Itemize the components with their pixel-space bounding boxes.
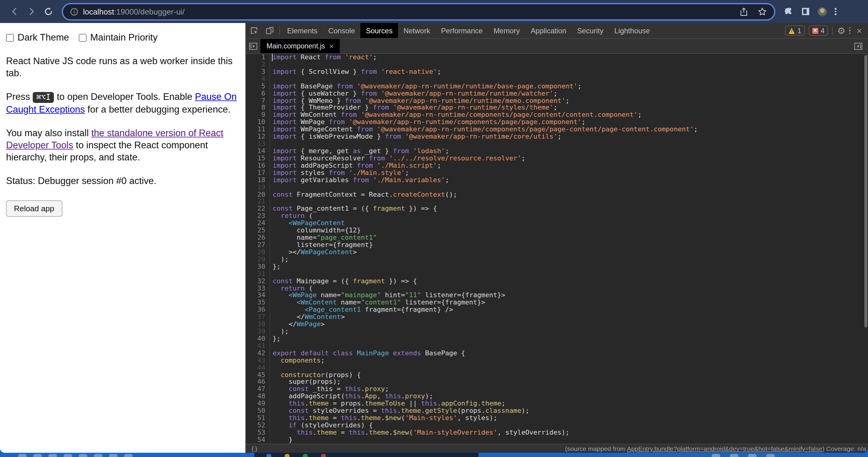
line-number[interactable]: 33 xyxy=(246,285,270,292)
code-line[interactable]: 24 <WmPageContent xyxy=(246,220,868,227)
source-editor[interactable]: 1import React from 'react';23import { Sc… xyxy=(246,54,868,444)
line-number[interactable]: 45 xyxy=(246,371,270,379)
code-line[interactable]: 4 xyxy=(246,76,868,83)
code-line[interactable]: 17import styles from './Main.style'; xyxy=(246,169,868,177)
line-number[interactable]: 1 xyxy=(246,54,270,61)
line-number[interactable]: 23 xyxy=(246,213,270,220)
line-number[interactable]: 46 xyxy=(246,379,270,386)
back-button[interactable] xyxy=(6,3,23,20)
line-number[interactable]: 41 xyxy=(246,342,270,350)
line-number[interactable]: 29 xyxy=(246,256,270,263)
code-line[interactable]: 7import { WmMemo } from '@wavemaker/app-… xyxy=(246,97,868,104)
line-number[interactable]: 20 xyxy=(246,191,270,198)
code-line[interactable]: 50 const styleOverrides = this.theme.get… xyxy=(246,407,868,415)
line-number[interactable]: 48 xyxy=(246,393,270,400)
code-line[interactable]: 30}; xyxy=(246,263,868,270)
code-line[interactable]: 22const Page_content1 = ({ fragment }) =… xyxy=(246,205,868,213)
line-number[interactable]: 28 xyxy=(246,249,270,256)
bundle-link[interactable]: AppEntry.bundle?platform=android&dev=tru… xyxy=(627,445,822,452)
code-line[interactable]: 37 </WmContent> xyxy=(246,314,868,321)
dark-theme-checkbox[interactable] xyxy=(6,34,14,41)
line-number[interactable]: 35 xyxy=(246,299,270,306)
line-number[interactable]: 26 xyxy=(246,234,270,241)
line-number[interactable]: 4 xyxy=(246,76,270,83)
file-tab-main-component[interactable]: Main.component.js × xyxy=(260,39,340,53)
code-line[interactable]: 10import WmPage from '@wavemaker/app-rn-… xyxy=(246,119,868,126)
code-line[interactable]: 18import getVariables from './Main.varia… xyxy=(246,176,868,184)
line-number[interactable]: 11 xyxy=(246,126,270,133)
devtools-menu-icon[interactable] xyxy=(849,27,850,34)
code-line[interactable]: 19 xyxy=(246,184,868,191)
line-number[interactable]: 36 xyxy=(246,306,270,314)
code-line[interactable]: 12import { isWebPreviewMode } from '@wav… xyxy=(246,133,868,140)
extensions-icon[interactable] xyxy=(784,7,794,17)
tab-network[interactable]: Network xyxy=(398,23,435,38)
code-line[interactable]: 29 ); xyxy=(246,256,868,263)
code-line[interactable]: 11import WmPageContent from '@wavemaker/… xyxy=(246,126,868,133)
code-line[interactable]: 27 listener={fragment} xyxy=(246,241,868,249)
line-number[interactable]: 16 xyxy=(246,162,270,169)
code-line[interactable]: 15import ResourceResolver from '../../re… xyxy=(246,155,868,162)
code-line[interactable]: 23 return ( xyxy=(246,213,868,220)
line-number[interactable]: 53 xyxy=(246,429,270,436)
line-number[interactable]: 47 xyxy=(246,386,270,393)
line-number[interactable]: 5 xyxy=(246,83,270,90)
code-line[interactable]: 1import React from 'react'; xyxy=(246,54,868,61)
code-line[interactable]: 40}; xyxy=(246,335,868,342)
reload-button[interactable] xyxy=(40,3,57,20)
line-number[interactable]: 31 xyxy=(246,270,270,278)
debugger-sidebar-toggle-icon[interactable] xyxy=(851,42,865,50)
tab-application[interactable]: Application xyxy=(525,23,571,38)
tab-security[interactable]: Security xyxy=(572,23,609,38)
line-number[interactable]: 52 xyxy=(246,422,270,429)
editor-scrollbar[interactable] xyxy=(864,55,867,327)
code-line[interactable]: 44 xyxy=(246,364,868,371)
line-number[interactable]: 34 xyxy=(246,292,270,299)
code-line[interactable]: 26 name="page_content1" xyxy=(246,234,868,241)
code-line[interactable]: 43 components; xyxy=(246,357,868,364)
code-line[interactable]: 25 columnwidth={12} xyxy=(246,227,868,234)
line-number[interactable]: 9 xyxy=(246,112,270,119)
code-line[interactable]: 38 </WmPage> xyxy=(246,321,868,328)
site-info-icon[interactable] xyxy=(70,7,78,15)
chrome-menu-icon[interactable] xyxy=(835,8,836,15)
code-line[interactable]: 54 } xyxy=(246,436,868,444)
line-number[interactable]: 40 xyxy=(246,335,270,342)
line-number[interactable]: 6 xyxy=(246,90,270,97)
line-number[interactable]: 17 xyxy=(246,169,270,177)
url-bar[interactable]: localhost:19000/debugger-ui/ xyxy=(62,3,775,20)
code-line[interactable]: 8import { ThemeProvider } from '@wavemak… xyxy=(246,104,868,112)
code-line[interactable]: 35 <WmContent name="content1" listener={… xyxy=(246,299,868,306)
code-line[interactable]: 2 xyxy=(246,61,868,68)
code-line[interactable]: 14import { merge, get as _get } from 'lo… xyxy=(246,148,868,155)
tab-sources[interactable]: Sources xyxy=(361,23,398,38)
tab-elements[interactable]: Elements xyxy=(282,23,323,38)
tab-lighthouse[interactable]: Lighthouse xyxy=(609,23,655,38)
bookmark-star-icon[interactable] xyxy=(758,7,767,16)
share-icon[interactable] xyxy=(740,7,748,16)
inspect-element-icon[interactable] xyxy=(246,23,262,38)
errors-badge[interactable]: ✕ 4 xyxy=(809,25,828,36)
code-line[interactable]: 33 return ( xyxy=(246,285,868,292)
code-line[interactable]: 6import { useWatcher } from '@wavemaker/… xyxy=(246,90,868,97)
line-number[interactable]: 37 xyxy=(246,314,270,321)
line-number[interactable]: 8 xyxy=(246,104,270,112)
line-number[interactable]: 44 xyxy=(246,364,270,371)
line-number[interactable]: 7 xyxy=(246,97,270,104)
line-number[interactable]: 22 xyxy=(246,205,270,213)
line-number[interactable]: 43 xyxy=(246,357,270,364)
settings-gear-icon[interactable]: ⚙ xyxy=(837,26,845,35)
code-line[interactable]: 28 ></WmPageContent> xyxy=(246,249,868,256)
line-number[interactable]: 51 xyxy=(246,415,270,422)
code-line[interactable]: 47 const _this = this.proxy; xyxy=(246,386,868,393)
line-number[interactable]: 18 xyxy=(246,176,270,184)
pretty-print-icon[interactable]: {} xyxy=(251,445,258,452)
warnings-badge[interactable]: 1 xyxy=(785,25,805,36)
code-line[interactable]: 31 xyxy=(246,270,868,278)
maintain-priority-checkbox[interactable] xyxy=(79,34,87,41)
line-number[interactable]: 13 xyxy=(246,140,270,148)
line-number[interactable]: 14 xyxy=(246,148,270,155)
tab-memory[interactable]: Memory xyxy=(488,23,525,38)
line-number[interactable]: 3 xyxy=(246,68,270,76)
code-line[interactable]: 13 xyxy=(246,140,868,148)
